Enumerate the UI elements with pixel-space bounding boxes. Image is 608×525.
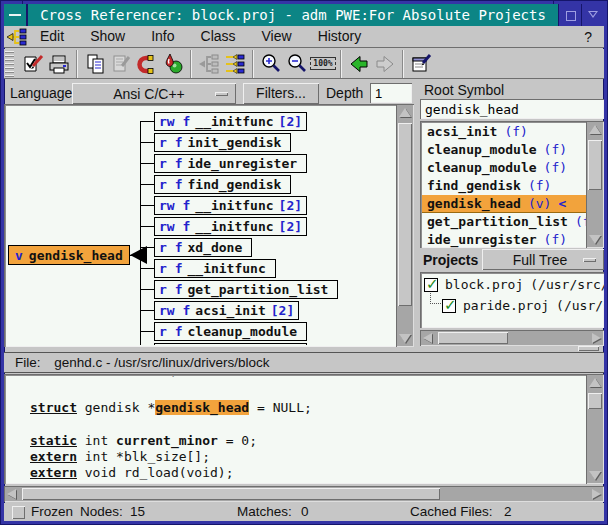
source-code-panel[interactable]: */ struct gendisk *gendisk_head = NULL; …	[4, 374, 604, 484]
magnet-filter-button[interactable]	[134, 50, 160, 78]
minimize-button[interactable]	[4, 4, 28, 26]
code-vertical-scrollbar[interactable]	[586, 374, 604, 484]
scroll-down-arrow[interactable]	[586, 231, 604, 248]
properties-button[interactable]	[408, 50, 434, 78]
symbol-list-item[interactable]: get_partition_list(f)	[422, 213, 586, 231]
menu-show[interactable]: Show	[77, 26, 138, 47]
project-item[interactable]: paride.proj (/usr/src	[442, 298, 604, 313]
code-horizontal-scrollbar[interactable]	[4, 486, 604, 502]
option-menu-dash-icon	[215, 92, 228, 96]
title-bar[interactable]: Cross Referencer: block.proj - adm PWE:F…	[4, 4, 604, 26]
tree-node[interactable]: r ffind_gendisk	[154, 175, 291, 194]
tree-node[interactable]: r fcleanup_module	[154, 322, 307, 341]
scroll-up-arrow[interactable]	[586, 374, 604, 391]
symbol-list-item[interactable]: cleanup_module(f)	[422, 159, 586, 177]
reference-tree-panel[interactable]: v gendisk_head rw f__initfunc[2] r finit…	[4, 104, 414, 347]
shade-button[interactable]	[581, 4, 604, 26]
tree-node[interactable]: rw f__initfunc[2]	[154, 217, 307, 236]
tree-node[interactable]: rw f__initfunc[2]	[154, 112, 307, 131]
language-dropdown[interactable]: Ansi C/C++	[72, 83, 236, 104]
scrollbar-track[interactable]	[436, 330, 588, 346]
toolbar-grip-handle[interactable]	[5, 51, 14, 77]
tree-node[interactable]: r fide_unregister	[154, 154, 307, 173]
scroll-right-arrow[interactable]	[588, 330, 604, 346]
project-mode-dropdown[interactable]: Full Tree	[482, 249, 604, 270]
graph-layout-button-disabled[interactable]	[196, 50, 222, 78]
menu-edit[interactable]: Edit	[27, 26, 77, 47]
symbol-list-item[interactable]: acsi_init(f)	[422, 123, 586, 141]
scrollbar-thumb[interactable]	[588, 393, 602, 409]
frame-notch	[553, 0, 554, 4]
zoom-out-button[interactable]	[284, 50, 310, 78]
symbol-list-item-selected[interactable]: gendisk_head(v)<	[422, 195, 586, 213]
edit-annotate-button[interactable]	[20, 50, 46, 78]
tree-vertical-scrollbar[interactable]	[396, 104, 414, 347]
checked-checkbox-icon[interactable]	[442, 299, 456, 313]
checked-checkbox-icon[interactable]	[424, 278, 438, 292]
symbol-list-item[interactable]: ide_unregister(f)	[422, 231, 586, 249]
scroll-down-arrow[interactable]	[396, 330, 414, 347]
tree-node[interactable]: rw f__initfunc[2]	[154, 196, 307, 215]
scroll-left-arrow[interactable]	[420, 330, 436, 346]
symbol-list[interactable]: acsi_init(f) cleanup_module(f) cleanup_m…	[420, 121, 604, 248]
scrollbar-thumb[interactable]	[588, 140, 602, 190]
reference-tree: v gendisk_head rw f__initfunc[2] r finit…	[6, 106, 394, 345]
tree-node[interactable]: r f__initfunc	[154, 259, 276, 278]
root-symbol-input[interactable]	[420, 99, 604, 119]
menu-class[interactable]: Class	[188, 26, 249, 47]
pane-sash-handle[interactable]	[578, 346, 599, 351]
projects-horizontal-scrollbar[interactable]	[420, 330, 604, 346]
menu-history[interactable]: History	[305, 26, 375, 47]
graph-layout-icon	[224, 53, 246, 75]
tree-node[interactable]: r fxd_done	[154, 238, 252, 257]
tree-node[interactable]: r fget_partition_list	[154, 280, 338, 299]
symbol-list-scrollbar[interactable]	[586, 121, 604, 248]
forward-arrow-disabled-icon	[374, 53, 396, 75]
history-back-button[interactable]	[346, 50, 372, 78]
scroll-right-arrow[interactable]	[588, 486, 604, 502]
filters-button[interactable]: Filters...	[243, 83, 319, 104]
depth-input[interactable]	[370, 83, 412, 103]
tree-root-node[interactable]: v gendisk_head	[8, 245, 147, 265]
scrollbar-thumb[interactable]	[438, 332, 508, 344]
graph-layout-disabled-icon	[198, 53, 220, 75]
zoom-in-button[interactable]	[258, 50, 284, 78]
menu-help[interactable]: ?	[572, 29, 604, 45]
copy-button[interactable]	[82, 50, 108, 78]
edit-file-button-disabled[interactable]	[108, 50, 134, 78]
symbol-list-item[interactable]: find_gendisk(f)	[422, 177, 586, 195]
scroll-left-arrow[interactable]	[4, 486, 20, 502]
history-forward-button-disabled[interactable]	[372, 50, 398, 78]
tree-node[interactable]: rw facsi_init[2]	[154, 301, 299, 320]
scroll-down-arrow[interactable]	[586, 467, 604, 484]
projects-list[interactable]: block.proj (/usr/src/lin paride.proj (/u…	[420, 272, 604, 328]
scroll-up-arrow[interactable]	[396, 104, 414, 121]
toolbar-separator	[402, 50, 404, 78]
scrollbar-thumb[interactable]	[22, 488, 440, 500]
symbol-list-item[interactable]: cleanup_module(f)	[422, 141, 586, 159]
copy-icon	[84, 53, 106, 75]
menu-info[interactable]: Info	[138, 26, 187, 47]
graph-layout-button[interactable]	[222, 50, 248, 78]
tree-node[interactable]: r finit_gendisk	[154, 133, 291, 152]
edit-annotate-icon	[22, 53, 44, 75]
frozen-checkbox[interactable]	[12, 506, 25, 519]
zoom-100-button[interactable]: 100%	[310, 50, 336, 78]
tree-connector	[140, 163, 154, 164]
maximize-button[interactable]	[558, 4, 581, 26]
file-label: File:	[15, 355, 41, 370]
tree-connector	[140, 121, 154, 122]
print-button[interactable]	[46, 50, 72, 78]
scrollbar-track[interactable]	[20, 486, 588, 502]
scrollbar-track[interactable]	[396, 121, 414, 330]
scroll-up-arrow[interactable]	[586, 121, 604, 138]
scrollbar-track[interactable]	[586, 391, 604, 467]
zoom-in-icon	[260, 53, 282, 75]
paint-mark-button[interactable]	[160, 50, 186, 78]
scrollbar-thumb[interactable]	[398, 123, 412, 306]
menu-view[interactable]: View	[249, 26, 305, 47]
project-item[interactable]: block.proj (/usr/src/lin	[424, 277, 604, 292]
source-code-viewport: */ struct gendisk *gendisk_head = NULL; …	[6, 376, 584, 482]
scrollbar-track[interactable]	[586, 138, 604, 231]
tree-node[interactable]: rw f__initfunc[2]	[154, 343, 307, 345]
